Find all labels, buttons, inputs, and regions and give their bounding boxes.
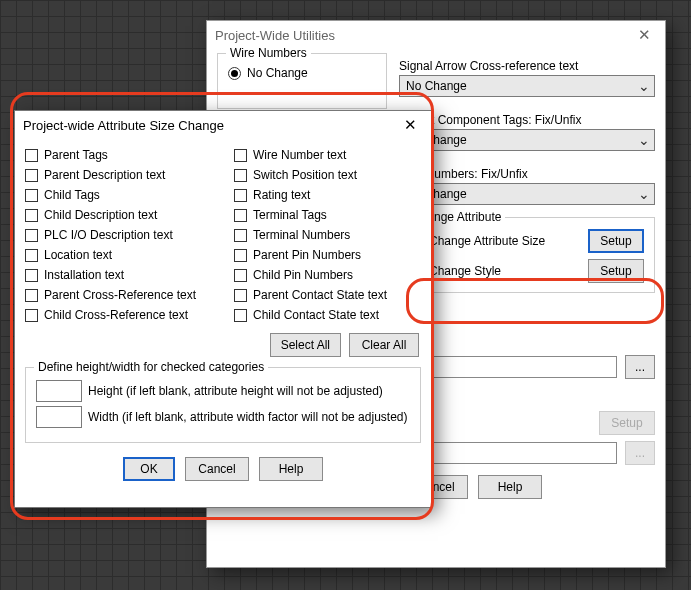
setup-disabled-button: Setup <box>599 411 655 435</box>
checkbox-location[interactable] <box>25 249 38 262</box>
label-parent-pin: Parent Pin Numbers <box>253 248 361 262</box>
define-height-width-group: Define height/width for checked categori… <box>25 367 421 443</box>
attribute-size-change-dialog: Project-wide Attribute Size Change ✕ Par… <box>14 110 432 508</box>
radio-no-change[interactable] <box>228 67 241 80</box>
checkbox-child-contact[interactable] <box>234 309 247 322</box>
width-hint: Width (if left blank, attribute width fa… <box>88 410 407 424</box>
width-input[interactable] <box>36 406 82 428</box>
checkbox-switch-position[interactable] <box>234 169 247 182</box>
height-hint: Height (if left blank, attribute height … <box>88 384 383 398</box>
checkbox-terminal-tags[interactable] <box>234 209 247 222</box>
label-wire-number: Wire Number text <box>253 148 346 162</box>
group-title: Wire Numbers <box>226 46 311 60</box>
height-input[interactable] <box>36 380 82 402</box>
label-child-description: Child Description text <box>44 208 157 222</box>
cancel-button[interactable]: Cancel <box>185 457 249 481</box>
checkbox-parent-pin[interactable] <box>234 249 247 262</box>
checkbox-child-xref[interactable] <box>25 309 38 322</box>
titlebar[interactable]: Project-Wide Utilities ✕ <box>207 21 665 49</box>
label-switch-position: Switch Position text <box>253 168 357 182</box>
parent-tags-dropdown[interactable]: No Change <box>399 129 655 151</box>
dialog-title: Project-Wide Utilities <box>215 28 335 43</box>
change-style-label: Change Style <box>429 264 501 278</box>
label-parent-tags: Parent Tags <box>44 148 108 162</box>
label-installation: Installation text <box>44 268 124 282</box>
signal-arrow-dropdown[interactable]: No Change <box>399 75 655 97</box>
label-parent-contact: Parent Contact State text <box>253 288 387 302</box>
checkbox-terminal-numbers[interactable] <box>234 229 247 242</box>
dialog-title: Project-wide Attribute Size Change <box>23 118 224 133</box>
browse-button-2: ... <box>625 441 655 465</box>
checkbox-parent-description[interactable] <box>25 169 38 182</box>
close-icon[interactable]: ✕ <box>632 26 657 44</box>
label-child-contact: Child Contact State text <box>253 308 379 322</box>
label-rating: Rating text <box>253 188 310 202</box>
item-numbers-dropdown[interactable]: No Change <box>399 183 655 205</box>
label-location: Location text <box>44 248 112 262</box>
label-terminal-tags: Terminal Tags <box>253 208 327 222</box>
radio-no-change-label: No Change <box>247 66 308 80</box>
label-child-tags: Child Tags <box>44 188 100 202</box>
close-icon[interactable]: ✕ <box>398 116 423 134</box>
checkbox-rating[interactable] <box>234 189 247 202</box>
checkbox-parent-contact[interactable] <box>234 289 247 302</box>
titlebar[interactable]: Project-wide Attribute Size Change ✕ <box>15 111 431 139</box>
item-numbers-label: Item Numbers: Fix/Unfix <box>399 167 655 181</box>
change-attribute-size-label: Change Attribute Size <box>429 234 545 248</box>
setup-attribute-size-button[interactable]: Setup <box>588 229 644 253</box>
clear-all-button[interactable]: Clear All <box>349 333 419 357</box>
help-button[interactable]: Help <box>478 475 542 499</box>
label-parent-xref: Parent Cross-Reference text <box>44 288 196 302</box>
checkbox-wire-number[interactable] <box>234 149 247 162</box>
change-attribute-group: Change Attribute Change Attribute Size S… <box>399 217 655 293</box>
signal-arrow-label: Signal Arrow Cross-reference text <box>399 59 655 73</box>
checkbox-child-pin[interactable] <box>234 269 247 282</box>
group-title: Define height/width for checked categori… <box>34 360 268 374</box>
checkbox-parent-xref[interactable] <box>25 289 38 302</box>
browse-button-1[interactable]: ... <box>625 355 655 379</box>
select-all-button[interactable]: Select All <box>270 333 341 357</box>
setup-change-style-button[interactable]: Setup <box>588 259 644 283</box>
label-child-xref: Child Cross-Reference text <box>44 308 188 322</box>
ok-button[interactable]: OK <box>123 457 175 481</box>
label-plc-io: PLC I/O Description text <box>44 228 173 242</box>
label-child-pin: Child Pin Numbers <box>253 268 353 282</box>
label-parent-description: Parent Description text <box>44 168 165 182</box>
checkbox-child-tags[interactable] <box>25 189 38 202</box>
label-terminal-numbers: Terminal Numbers <box>253 228 350 242</box>
checkbox-plc-io[interactable] <box>25 229 38 242</box>
checkbox-parent-tags[interactable] <box>25 149 38 162</box>
wire-numbers-group: Wire Numbers No Change <box>217 53 387 109</box>
parent-tags-label: Parent Component Tags: Fix/Unfix <box>399 113 655 127</box>
help-button[interactable]: Help <box>259 457 323 481</box>
checkbox-installation[interactable] <box>25 269 38 282</box>
checkbox-child-description[interactable] <box>25 209 38 222</box>
